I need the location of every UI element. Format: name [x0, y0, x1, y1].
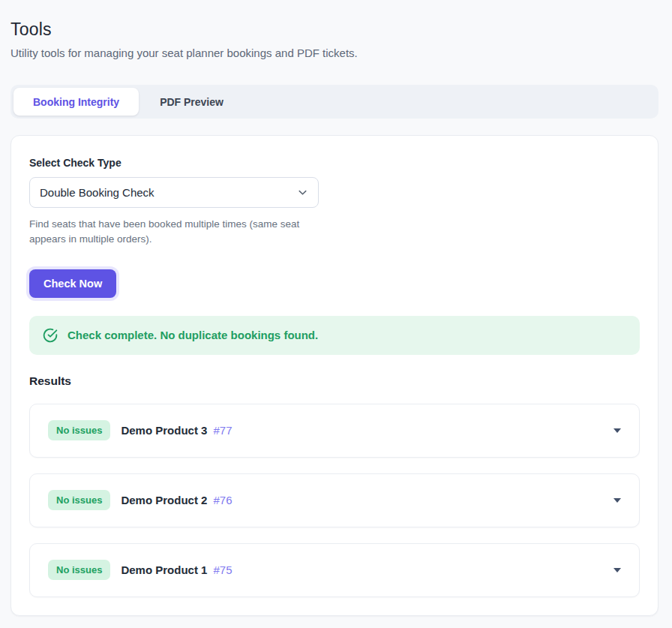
page-title: Tools	[10, 20, 658, 40]
page-subtitle: Utility tools for managing your seat pla…	[10, 47, 658, 59]
check-now-button[interactable]: Check Now	[29, 269, 116, 298]
caret-down-icon[interactable]	[614, 428, 621, 433]
check-type-select[interactable]: Double Booking Check	[29, 177, 319, 208]
order-link[interactable]: #77	[213, 424, 232, 437]
caret-down-icon[interactable]	[614, 568, 621, 572]
check-type-help-text: Find seats that have been booked multipl…	[29, 217, 335, 248]
result-row[interactable]: No issues Demo Product 1 #75	[29, 543, 640, 597]
tools-page: Tools Utility tools for managing your se…	[10, 0, 658, 616]
tab-bar: Booking Integrity PDF Preview	[10, 85, 658, 119]
tab-booking-integrity[interactable]: Booking Integrity	[14, 88, 139, 116]
status-badge: No issues	[48, 490, 110, 510]
results-heading: Results	[29, 374, 640, 388]
product-name: Demo Product 3	[121, 424, 207, 437]
booking-integrity-panel: Select Check Type Double Booking Check F…	[10, 135, 658, 616]
order-link[interactable]: #75	[213, 563, 232, 576]
product-name: Demo Product 1	[121, 563, 207, 576]
result-row[interactable]: No issues Demo Product 3 #77	[29, 404, 640, 458]
order-link[interactable]: #76	[213, 494, 232, 506]
success-alert-message: Check complete. No duplicate bookings fo…	[68, 329, 318, 341]
result-row[interactable]: No issues Demo Product 2 #76	[29, 473, 640, 527]
tab-pdf-preview[interactable]: PDF Preview	[140, 88, 243, 116]
product-name: Demo Product 2	[121, 494, 207, 506]
success-alert: Check complete. No duplicate bookings fo…	[29, 316, 640, 355]
status-badge: No issues	[48, 560, 110, 580]
caret-down-icon[interactable]	[614, 498, 621, 503]
status-badge: No issues	[48, 420, 110, 440]
results-list: No issues Demo Product 3 #77 No issues D…	[29, 404, 640, 597]
chevron-down-icon	[297, 187, 308, 198]
check-type-label: Select Check Type	[29, 157, 640, 169]
check-circle-icon	[43, 328, 58, 343]
check-type-selected-value: Double Booking Check	[40, 186, 154, 199]
